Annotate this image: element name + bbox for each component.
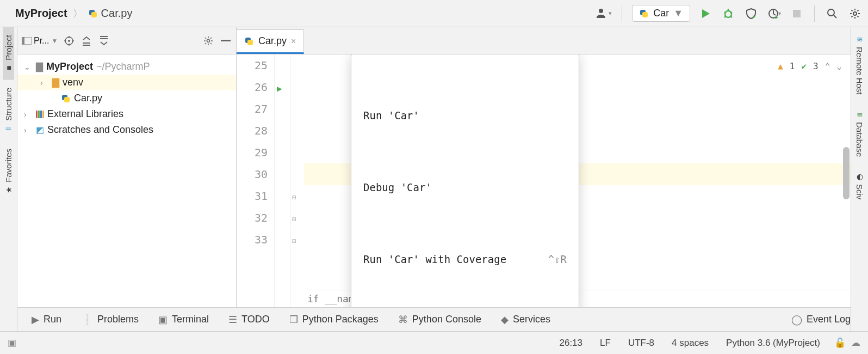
fold-marker[interactable]: ⊟ (292, 209, 296, 230)
tree-extlib-item[interactable]: › External Libraries (17, 106, 236, 122)
breadcrumb-file[interactable]: Car.py (88, 7, 133, 20)
project-tool-tab[interactable]: ■Project (3, 27, 14, 80)
svg-point-8 (68, 40, 70, 42)
project-panel-header: Pr...▼ (17, 27, 236, 54)
ctx-run-item[interactable]: Run 'Car' (351, 101, 579, 130)
breadcrumb: MyProject 〉 Car.py (15, 7, 132, 20)
tree-carfile-item[interactable]: Car.py (17, 90, 236, 106)
run-button[interactable] (698, 6, 713, 21)
tree-root-item[interactable]: ⌄ ▇ MyProject ~/PycharmP (17, 59, 236, 75)
project-panel: Pr...▼ ⌄ ▇ MyProject ~/PycharmP › ▇ venv (17, 27, 237, 307)
settings-button[interactable] (847, 6, 863, 21)
tree-carfile-label: Car.py (74, 93, 102, 104)
gear-icon[interactable] (202, 35, 214, 47)
chevron-right-icon: › (24, 110, 33, 119)
editor-lines[interactable]: : my_car = Car() print("I'm a car!") whi… (304, 54, 851, 307)
tree-venv-label: venv (63, 77, 83, 88)
ctx-coverage-item[interactable]: Run 'Car' with Coverage^⇧R (351, 245, 579, 273)
svg-point-3 (828, 9, 834, 16)
check-icon: ✔ (801, 56, 807, 77)
fold-marker[interactable]: ⊟ (292, 230, 296, 252)
chevron-right-icon: › (40, 78, 49, 87)
problems-tool-tab[interactable]: ❕Problems (81, 314, 139, 326)
gutter-run-icon[interactable]: ▶ (277, 78, 282, 100)
terminal-tool-tab[interactable]: ▣Terminal (158, 314, 209, 326)
warning-count: 1 (790, 56, 795, 77)
structure-tool-tab[interactable]: ⦀Structure (3, 80, 14, 141)
readonly-lock-icon[interactable]: 🔓 (829, 337, 846, 349)
status-indent[interactable]: 4 spaces (663, 338, 717, 349)
line-number: 27 (237, 98, 268, 120)
line-number: 32 (237, 207, 268, 229)
profile-button[interactable]: ▾ (766, 6, 782, 21)
editor-tabs: Car.py × (237, 27, 851, 54)
search-everywhere-button[interactable] (824, 6, 840, 21)
remote-host-label: Remote Host (855, 47, 864, 95)
status-interpreter[interactable]: Python 3.6 (MyProject) (717, 338, 829, 349)
project-tree: ⌄ ▇ MyProject ~/PycharmP › ▇ venv Car.py… (17, 54, 236, 307)
next-highlight-icon[interactable]: ⌄ (836, 56, 842, 77)
breadcrumb-file-label: Car.py (101, 7, 133, 20)
run-gutter: ▶ (275, 54, 291, 307)
stop-button[interactable] (789, 6, 804, 21)
project-panel-title[interactable]: Pr...▼ (22, 36, 58, 46)
prev-highlight-icon[interactable]: ⌃ (825, 56, 830, 77)
left-tool-tabs: ■Project ⦀Structure ★Favorites (0, 27, 17, 331)
editor-tab-label: Car.py (258, 35, 287, 47)
status-caret[interactable]: 26:13 (550, 338, 591, 349)
sciview-tool-tab[interactable]: ◐Sciv (854, 164, 865, 207)
status-encoding[interactable]: UTF-8 (619, 338, 663, 349)
event-log-tool-tab[interactable]: ◯Event Log (791, 314, 851, 326)
todo-tool-tab[interactable]: ☰TODO (228, 314, 270, 326)
target-icon[interactable] (63, 35, 75, 47)
chevron-down-icon: ▼ (673, 8, 683, 19)
coverage-button[interactable] (743, 6, 759, 21)
line-number: 25 (237, 54, 268, 76)
database-tool-tab[interactable]: ≣Database (854, 102, 865, 164)
favorites-tool-label: Favorites (4, 149, 13, 182)
warning-icon: ▲ (778, 56, 783, 77)
editor-panel: Car.py × ▲1 ✔3 ⌃ ⌄ 25 26 27 28 29 30 31 … (237, 27, 851, 307)
ctx-coverage-label: Run 'Car' with Coverage (363, 248, 506, 270)
fold-marker[interactable]: ⊟ (292, 187, 296, 209)
gutter-context-menu: Run 'Car' Debug 'Car' Run 'Car' with Cov… (351, 54, 579, 307)
svg-rect-2 (793, 10, 801, 17)
python-console-tool-tab[interactable]: ⌘Python Console (398, 314, 481, 326)
svg-point-9 (207, 39, 210, 42)
project-tool-label: Project (4, 35, 13, 60)
run-tool-tab[interactable]: ▶Run (32, 314, 61, 326)
close-icon[interactable]: × (291, 36, 296, 46)
status-line-separator[interactable]: LF (591, 338, 619, 349)
separator (814, 5, 815, 22)
check-count: 3 (813, 56, 819, 77)
collapse-all-icon[interactable] (98, 35, 110, 47)
run-config-label: Car (653, 8, 669, 19)
run-config-selector[interactable]: Car ▼ (632, 5, 690, 22)
remote-host-tool-tab[interactable]: ≋Remote Host (854, 27, 865, 102)
chevron-right-icon: 〉 (71, 7, 85, 20)
separator (622, 5, 622, 22)
svg-rect-6 (22, 37, 24, 45)
ctx-debug-label: Debug 'Car' (363, 176, 432, 198)
ctx-debug-item[interactable]: Debug 'Car' (351, 173, 579, 202)
python-file-icon (61, 94, 71, 103)
vcs-user-icon[interactable]: ▾ (597, 6, 612, 21)
hide-icon[interactable] (220, 35, 232, 47)
services-tool-tab[interactable]: ◆Services (501, 314, 550, 326)
tree-scratch-item[interactable]: › ◩ Scratches and Consoles (17, 122, 236, 138)
memory-hat-icon[interactable]: ☁ (846, 337, 860, 349)
debug-button[interactable] (721, 6, 736, 21)
main-toolbar: ▾ Car ▼ ▾ (597, 5, 863, 22)
favorites-tool-tab[interactable]: ★Favorites (3, 141, 14, 202)
tree-venv-item[interactable]: › ▇ venv (17, 75, 236, 90)
expand-all-icon[interactable] (80, 35, 92, 47)
packages-tool-tab[interactable]: ❒Python Packages (289, 314, 379, 326)
show-tool-windows-icon[interactable]: ▣ (8, 337, 16, 349)
editor-code-area[interactable]: ▲1 ✔3 ⌃ ⌄ 25 26 27 28 29 30 31 32 33 ▶ ⊟ (237, 54, 851, 307)
inspection-widget[interactable]: ▲1 ✔3 ⌃ ⌄ (778, 56, 842, 77)
editor-tab-car[interactable]: Car.py × (237, 29, 304, 54)
external-libraries-icon (36, 111, 44, 118)
scratches-icon: ◩ (36, 125, 44, 135)
breadcrumb-project[interactable]: MyProject (15, 7, 67, 20)
editor-scrollbar[interactable] (843, 147, 850, 199)
